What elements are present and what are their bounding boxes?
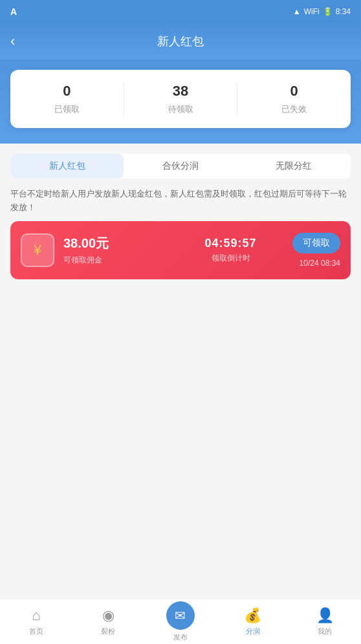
tab-bar: 新人红包 合伙分润 无限分红 [10,154,351,178]
nav-revenue[interactable]: 💰 分润 [217,603,289,640]
nav-publish[interactable]: ✉ 发布 [144,597,217,644]
stat-pending: 38 待领取 [124,83,237,115]
page-title: 新人红包 [157,34,204,49]
nav-mine[interactable]: 👤 我的 [289,603,361,640]
nav-home-label: 首页 [29,627,43,636]
redpacket-action-block: 可领取 10/24 08:34 [292,233,340,268]
claim-button[interactable]: 可领取 [292,233,340,253]
header: ‹ 新人红包 [0,23,361,59]
redpacket-amount: 38.00元 [63,235,169,252]
revenue-icon: 💰 [244,607,261,624]
stat-expired-label: 已失效 [281,103,307,115]
stat-claimed: 0 已领取 [10,83,124,115]
redpacket-icon: ¥ [21,233,54,267]
stat-pending-label: 待领取 [168,103,193,115]
signal-icon: ▲ [293,7,301,16]
tab-unlimited-dividend[interactable]: 无限分红 [237,154,351,178]
stats-card: 0 已领取 38 待领取 0 已失效 [10,70,351,128]
redpacket-timer: 04:59:57 [204,237,256,250]
nav-publish-label: 发布 [173,632,188,642]
redpacket-timer-block: 04:59:57 领取倒计时 [178,237,283,264]
redpacket-date: 10/24 08:34 [300,259,340,268]
nav-powder[interactable]: ◉ 裂粉 [72,603,145,640]
redpacket-amount-label: 可领取佣金 [63,255,169,266]
description-text: 平台不定时给新人用户发放新人现金红包，新人红包需及时领取，红包过期后可等待下一轮… [10,188,351,215]
mine-icon: 👤 [316,607,334,624]
back-button[interactable]: ‹ [10,33,15,50]
stat-expired: 0 已失效 [237,83,351,115]
redpacket-amount-block: 38.00元 可领取佣金 [63,235,169,266]
wifi-icon: WiFi [304,7,320,16]
redpacket-timer-label: 领取倒计时 [212,253,250,264]
stat-pending-value: 38 [173,83,188,100]
redpacket-card: ¥ 38.00元 可领取佣金 04:59:57 领取倒计时 可领取 10/24 … [10,221,351,279]
nav-revenue-label: 分润 [246,627,260,636]
home-icon: ⌂ [32,607,40,624]
status-right: ▲ WiFi 🔋 8:34 [293,7,351,16]
powder-icon: ◉ [102,607,115,624]
battery-icon: 🔋 [323,7,333,16]
status-time: 8:34 [336,7,351,16]
stat-claimed-label: 已领取 [54,103,80,115]
yuan-icon: ¥ [34,242,41,259]
publish-icon: ✉ [166,601,195,630]
bottom-nav: ⌂ 首页 ◉ 裂粉 ✉ 发布 💰 分润 👤 我的 [0,599,361,644]
tab-newbie-redpacket[interactable]: 新人红包 [10,154,124,178]
status-bar: A ▲ WiFi 🔋 8:34 [0,0,361,23]
header-bg: ‹ 新人红包 0 已领取 38 待领取 0 已失效 [0,23,361,144]
stat-expired-value: 0 [290,83,298,100]
nav-mine-label: 我的 [318,627,332,636]
status-app-label: A [10,6,17,17]
stat-claimed-value: 0 [63,83,71,100]
nav-home[interactable]: ⌂ 首页 [0,603,72,640]
tab-partner-revenue[interactable]: 合伙分润 [124,154,237,178]
nav-powder-label: 裂粉 [101,627,115,636]
